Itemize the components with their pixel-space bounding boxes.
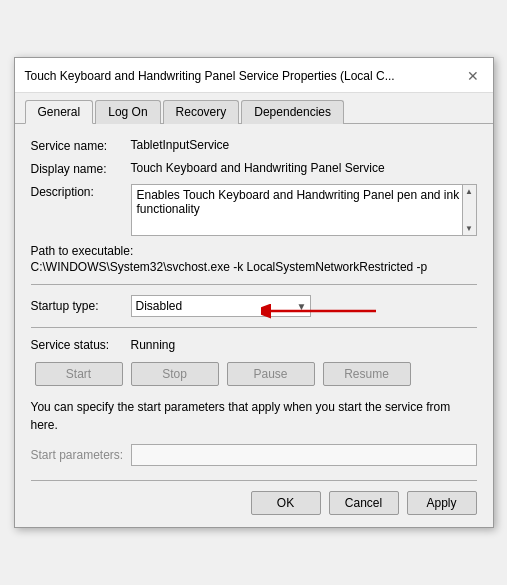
display-name-value: Touch Keyboard and Handwriting Panel Ser… [131,161,477,175]
path-label: Path to executable: [31,244,477,258]
scroll-up-icon[interactable]: ▲ [463,185,475,198]
start-params-label: Start parameters: [31,448,131,462]
title-bar: Touch Keyboard and Handwriting Panel Ser… [15,58,493,93]
window-title: Touch Keyboard and Handwriting Panel Ser… [25,69,395,83]
description-scrollbar[interactable]: ▲ ▼ [462,185,476,235]
display-name-row: Display name: Touch Keyboard and Handwri… [31,161,477,176]
service-control-buttons: Start Stop Pause Resume [31,362,477,386]
startup-select-wrapper: Disabled Automatic Automatic (Delayed St… [131,295,311,317]
start-params-note: You can specify the start parameters tha… [31,398,477,434]
startup-container: Startup type: Disabled Automatic Automat… [31,295,477,317]
start-params-input[interactable] [131,444,477,466]
pause-button[interactable]: Pause [227,362,315,386]
description-label: Description: [31,184,131,199]
divider-2 [31,327,477,328]
description-text: Enables Touch Keyboard and Handwriting P… [137,188,460,216]
description-row: Description: Enables Touch Keyboard and … [31,184,477,236]
start-button[interactable]: Start [35,362,123,386]
service-name-value: TabletInputService [131,138,477,152]
dialog-buttons: OK Cancel Apply [31,491,477,515]
bottom-divider [31,480,477,481]
tab-logon[interactable]: Log On [95,100,160,124]
service-status-value: Running [131,338,176,352]
stop-button[interactable]: Stop [131,362,219,386]
cancel-button[interactable]: Cancel [329,491,399,515]
service-status-row: Service status: Running [31,338,477,352]
tab-bar: General Log On Recovery Dependencies [15,93,493,124]
display-name-label: Display name: [31,161,131,176]
scroll-down-icon[interactable]: ▼ [463,222,475,235]
service-status-label: Service status: [31,338,131,352]
startup-label: Startup type: [31,299,131,313]
service-name-label: Service name: [31,138,131,153]
tab-recovery[interactable]: Recovery [163,100,240,124]
close-button[interactable]: ✕ [463,66,483,86]
ok-button[interactable]: OK [251,491,321,515]
path-value: C:\WINDOWS\System32\svchost.exe -k Local… [31,260,477,274]
tab-content: Service name: TabletInputService Display… [15,124,493,527]
apply-button[interactable]: Apply [407,491,477,515]
divider-1 [31,284,477,285]
resume-button[interactable]: Resume [323,362,411,386]
tab-dependencies[interactable]: Dependencies [241,100,344,124]
path-section: Path to executable: C:\WINDOWS\System32\… [31,244,477,274]
start-params-row: Start parameters: [31,444,477,466]
properties-window: Touch Keyboard and Handwriting Panel Ser… [14,57,494,528]
tab-general[interactable]: General [25,100,94,124]
description-box: Enables Touch Keyboard and Handwriting P… [131,184,477,236]
startup-row: Startup type: Disabled Automatic Automat… [31,295,477,317]
startup-type-select[interactable]: Disabled Automatic Automatic (Delayed St… [131,295,311,317]
service-name-row: Service name: TabletInputService [31,138,477,153]
